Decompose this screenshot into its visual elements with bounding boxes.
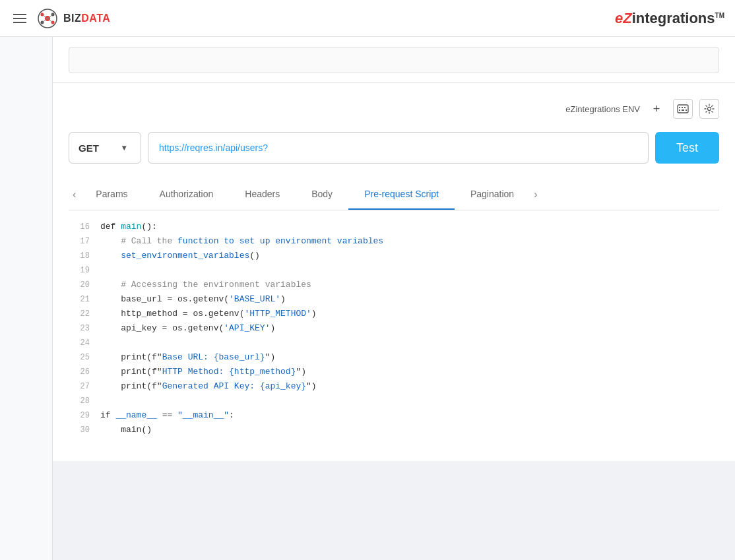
code-line-16: 16 def main(): — [69, 221, 719, 235]
code-line-28: 28 — [69, 395, 719, 410]
code-content: 16 def main(): 17 # Call the function to… — [69, 210, 719, 461]
tab-authorization[interactable]: Authorization — [144, 179, 230, 210]
tabs-bar: ‹ Params Authorization Headers Body Pre-… — [69, 179, 719, 210]
navbar-left: BIZDATA — [11, 8, 110, 29]
code-line-19: 19 — [69, 264, 719, 279]
code-scroll-area[interactable]: 16 def main(): 17 # Call the function to… — [69, 210, 719, 461]
code-line-23: 23 api_key = os.getenv('API_KEY') — [69, 323, 719, 337]
add-env-button[interactable]: + — [647, 99, 666, 119]
url-input[interactable] — [148, 132, 649, 164]
logo-text: BIZDATA — [63, 13, 110, 24]
test-button[interactable]: Test — [655, 132, 719, 164]
top-strip — [53, 37, 735, 83]
svg-rect-11 — [679, 107, 680, 108]
tab-pagination[interactable]: Pagination — [455, 179, 530, 210]
code-line-21: 21 base_url = os.getenv('BASE_URL') — [69, 294, 719, 308]
settings-icon-button[interactable] — [699, 99, 719, 119]
navbar: BIZDATA eZintegrationsTM — [0, 0, 735, 37]
svg-rect-13 — [684, 107, 686, 108]
code-line-24: 24 — [69, 337, 719, 352]
tab-pre-request-script[interactable]: Pre-request Script — [348, 179, 455, 210]
main-content: eZintegrations ENV + — [53, 37, 735, 560]
keyboard-icon — [677, 103, 689, 115]
code-line-27: 27 print(f"Generated API Key: {api_key}"… — [69, 381, 719, 395]
env-label: eZintegrations ENV — [565, 104, 640, 114]
code-line-25: 25 print(f"Base URL: {base_url}") — [69, 352, 719, 366]
code-editor: 16 def main(): 17 # Call the function to… — [69, 210, 719, 461]
code-line-20: 20 # Accessing the environment variables — [69, 279, 719, 294]
tab-headers[interactable]: Headers — [229, 179, 296, 210]
code-line-29: 29 if __name__ == "__main__": — [69, 410, 719, 424]
env-bar: eZintegrations ENV + — [69, 99, 719, 119]
code-line-26: 26 print(f"HTTP Method: {http_method}") — [69, 366, 719, 381]
code-line-17: 17 # Call the function to set up environ… — [69, 235, 719, 250]
svg-rect-12 — [682, 107, 683, 108]
ez-logo-text: eZintegrationsTM — [615, 10, 724, 26]
logo: BIZDATA — [37, 8, 110, 29]
svg-rect-15 — [682, 109, 684, 111]
keyboard-icon-button[interactable] — [673, 99, 693, 119]
brand-logo: eZintegrationsTM — [615, 10, 724, 27]
bizdata-logo-icon — [37, 8, 58, 29]
hamburger-icon[interactable] — [11, 11, 29, 26]
code-line-30: 30 main() — [69, 424, 719, 439]
svg-rect-14 — [679, 109, 680, 111]
svg-point-17 — [708, 108, 711, 111]
chevron-down-icon: ▾ — [122, 143, 126, 152]
code-line-22: 22 http_method = os.getenv('HTTP_METHOD'… — [69, 308, 719, 323]
tab-params[interactable]: Params — [80, 179, 143, 210]
sidebar — [0, 37, 53, 560]
gear-icon — [704, 104, 715, 114]
method-selector[interactable]: GET POST PUT DELETE PATCH ▾ — [69, 132, 141, 164]
api-section: eZintegrations ENV + — [53, 83, 735, 461]
code-editor-wrapper: 16 def main(): 17 # Call the function to… — [69, 210, 719, 461]
tab-scroll-right[interactable]: › — [530, 183, 541, 206]
breadcrumb-input[interactable] — [69, 47, 719, 73]
code-line-18: 18 set_environment_variables() — [69, 250, 719, 264]
tab-body[interactable]: Body — [296, 179, 348, 210]
svg-rect-16 — [686, 109, 687, 111]
url-bar: GET POST PUT DELETE PATCH ▾ Test — [69, 132, 719, 164]
method-dropdown[interactable]: GET POST PUT DELETE PATCH — [79, 142, 118, 154]
tab-scroll-left[interactable]: ‹ — [69, 183, 80, 206]
svg-rect-10 — [678, 105, 688, 113]
